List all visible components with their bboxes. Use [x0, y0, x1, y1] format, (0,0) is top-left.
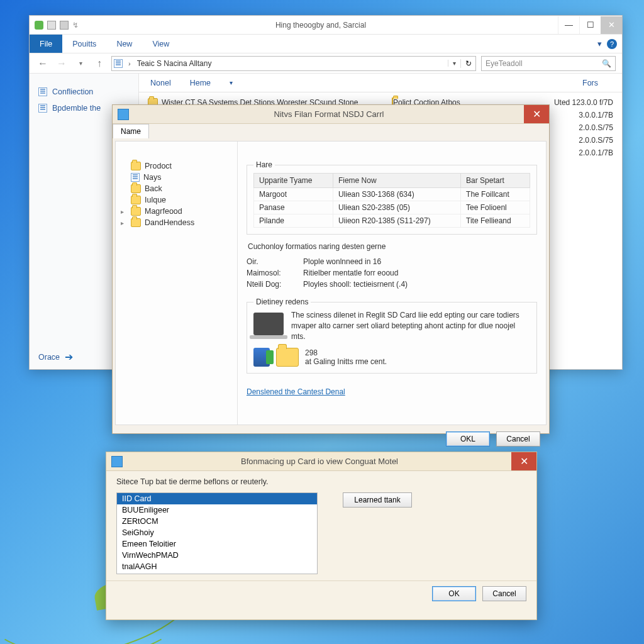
search-input[interactable]: EyeTeadoll 🔍 [481, 56, 616, 71]
tab-view[interactable]: View [142, 35, 179, 53]
expand-icon[interactable]: ▸ [121, 219, 127, 226]
col-name[interactable]: Nonel [150, 79, 171, 87]
col-fors[interactable]: Fors [582, 79, 611, 87]
tree-node[interactable]: Back [121, 183, 232, 194]
instruction-text: Sitece Tup bat tie derme beflons or reut… [116, 477, 526, 486]
location-icon [114, 59, 123, 68]
app-icon [35, 21, 43, 30]
th-bar[interactable]: Bar Spetart [461, 174, 530, 188]
dialog-close-button[interactable]: ✕ [524, 105, 549, 123]
help-icon[interactable]: ? [607, 39, 617, 49]
item-listbox[interactable]: IID CardBUUEniligeerZERtOCMSeiGhoiyEmeen… [116, 492, 318, 574]
tree-node[interactable]: Nays [121, 172, 232, 183]
kv-key: Oir. [247, 257, 303, 266]
tree-node[interactable]: Prodoct [121, 160, 232, 172]
table-row[interactable]: MargootUliean S30-1368 (634)The Foillcan… [254, 188, 530, 201]
tree-node[interactable]: ▸DandHendess [121, 217, 232, 228]
table-cell: Uliean S30-1368 (634) [333, 188, 460, 201]
breadcrumb-bar[interactable]: › Teaic S Nacina Alltany ▾ ↻ [111, 56, 476, 71]
save-icon[interactable] [60, 21, 69, 30]
search-placeholder: EyeTeadoll [486, 59, 523, 68]
explorer-titlebar[interactable]: ↯ Hing theoogby and, Sarcial — ☐ ✕ [30, 16, 622, 35]
count-value: 298 [305, 348, 387, 357]
count-subtext: at Galing Initts rme cent. [305, 357, 387, 366]
window-title: Hing theoogby and, Sarcial [84, 21, 558, 30]
table-cell: The Foillcant [461, 188, 530, 201]
cancel-button[interactable]: Cancel [482, 586, 526, 601]
drive-icon [253, 348, 270, 367]
hare-table: Upparite Tyame Fieme Now Bar Spetart Mar… [253, 173, 530, 228]
ok-button[interactable]: OKL [446, 431, 490, 447]
table-cell: Pilande [254, 214, 333, 228]
table-cell: Uliean S20-2385 (05) [333, 201, 460, 214]
refresh-button[interactable]: ↻ [460, 59, 475, 68]
dialog-footer: OKL Cancel [113, 428, 549, 450]
section-cuchonloy-title: Cuchonloy formatios naring desten gerne [248, 242, 537, 251]
details-pane: Hare Upparite Tyame Fieme Now Bar Spetar… [238, 142, 546, 425]
sidebar-item-label: Bpdemble the [52, 104, 101, 113]
ribbon-tabs: File Pouitts New View ▾ ? [30, 35, 622, 53]
folder-icon [131, 184, 141, 193]
list-item[interactable]: VirnWechPMAD [117, 550, 317, 561]
tab-new[interactable]: New [106, 35, 142, 53]
close-button[interactable]: ✕ [601, 16, 622, 34]
up-button[interactable]: ↑ [92, 57, 106, 70]
hare-legend: Hare [253, 160, 275, 169]
dialog2-footer: OK Cancel [106, 580, 536, 606]
dialog2-title: Bfonmacing up Card io view Conguat Motel [128, 457, 511, 466]
maximize-button[interactable]: ☐ [579, 16, 601, 34]
th-fieme[interactable]: Fieme Now [333, 174, 460, 188]
tree-node[interactable]: Iulque [121, 194, 232, 206]
conguat-dialog: Bfonmacing up Card io view Conguat Motel… [106, 452, 537, 620]
table-row[interactable]: PanaseUliean S20-2385 (05)Tee Folioenl [254, 201, 530, 214]
tree-node[interactable]: ▸Magrfeood [121, 206, 232, 217]
sidebar-item-label: Confliection [52, 87, 93, 96]
address-dropdown-icon[interactable]: ▾ [448, 60, 460, 67]
breadcrumb-segment[interactable]: Teaic S Nacina Alltany [135, 59, 214, 68]
col-heme[interactable]: Heme [190, 79, 211, 87]
list-item[interactable]: IID Card [117, 493, 317, 504]
forward-button[interactable]: → [55, 57, 69, 70]
dietiney-legend: Dietiney redens [253, 297, 311, 306]
recent-dropdown[interactable]: ▾ [74, 57, 87, 70]
hare-group: Hare Upparite Tyame Fieme Now Bar Spetar… [247, 160, 537, 235]
expand-icon[interactable]: ▸ [121, 208, 127, 215]
format-dialog: Nitvs Filan Format NSDJ Carrl ✕ Name Pro… [112, 104, 550, 434]
pin-icon[interactable]: ↯ [72, 21, 79, 30]
cancel-button[interactable]: Cancel [496, 431, 540, 447]
search-icon[interactable]: 🔍 [602, 59, 611, 68]
dialog-titlebar[interactable]: Nitvs Filan Format NSDJ Carrl ✕ [113, 105, 549, 124]
sidebar-item-confliction[interactable]: Confliection [30, 84, 138, 100]
list-item[interactable]: Emeen Teloitier [117, 538, 317, 550]
table-row[interactable]: PilandeUiieon R20-1385 (S11-297)Tite Fel… [254, 214, 530, 228]
address-bar-row: ← → ▾ ↑ › Teaic S Nacina Alltany ▾ ↻ Eye… [30, 53, 622, 74]
list-item[interactable]: BUUEniligeer [117, 504, 317, 516]
table-cell: Tee Folioenl [461, 201, 530, 214]
tree-view: ProdoctNaysBackIulque▸Magrfeood▸DandHend… [116, 142, 238, 425]
tab-file[interactable]: File [30, 35, 62, 53]
dialog2-titlebar[interactable]: Bfonmacing up Card io view Conguat Motel… [106, 452, 536, 471]
learned-button[interactable]: Learned ttank [343, 492, 412, 508]
minimize-button[interactable]: — [558, 16, 579, 34]
th-upparite[interactable]: Upparite Tyame [254, 174, 333, 188]
doc-icon[interactable] [47, 21, 56, 30]
table-cell: Tite Fellieand [461, 214, 530, 228]
tree-label: Iulque [145, 196, 166, 204]
list-item[interactable]: SeiGhoiy [117, 527, 317, 538]
sort-dropdown-icon[interactable]: ▾ [230, 79, 233, 86]
kv-value: Plople wonlnneed in 16 [303, 257, 537, 266]
dialog-icon [111, 456, 123, 467]
back-button[interactable]: ← [36, 57, 50, 70]
chevron-right-icon[interactable]: › [125, 60, 135, 67]
ribbon-collapse-icon[interactable]: ▾ [597, 39, 602, 48]
tab-pouitts[interactable]: Pouitts [62, 35, 106, 53]
list-item[interactable]: tnalAAGH [117, 561, 317, 572]
tab-name[interactable]: Name [113, 124, 149, 138]
denslend-link[interactable]: Denslened the Cantest Denal [247, 387, 345, 396]
page-icon [38, 87, 47, 96]
ok-button[interactable]: OK [432, 586, 476, 601]
dialog2-close-button[interactable]: ✕ [511, 452, 536, 470]
sidebar-footer[interactable]: Orace ➔ [38, 351, 73, 363]
list-item[interactable]: ZERtOCM [117, 516, 317, 527]
kv-value: Ritielber mentatle forr eooud [303, 269, 537, 277]
